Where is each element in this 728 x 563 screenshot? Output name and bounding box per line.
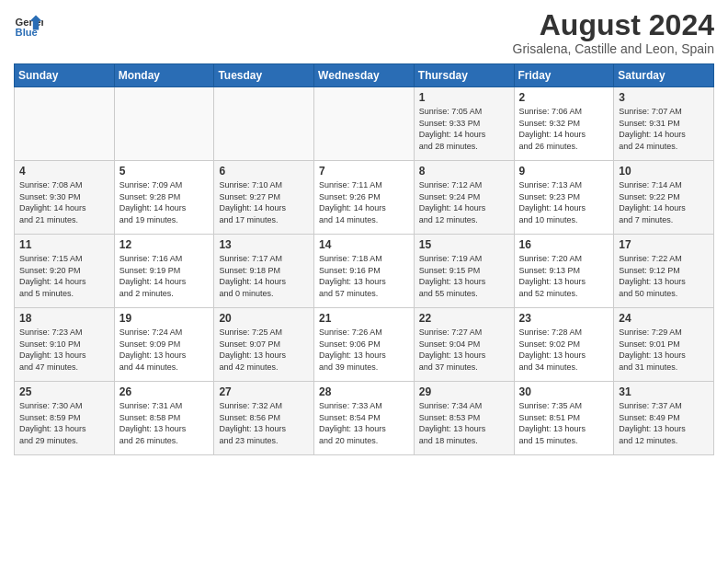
day-info: Sunrise: 7:37 AM Sunset: 8:49 PM Dayligh… <box>619 400 709 446</box>
col-thursday: Thursday <box>414 64 514 87</box>
logo: General Blue <box>14 9 43 39</box>
cell-4-2: 27Sunrise: 7:32 AM Sunset: 8:56 PM Dayli… <box>214 382 314 455</box>
day-info: Sunrise: 7:06 AM Sunset: 9:32 PM Dayligh… <box>519 106 609 152</box>
day-info: Sunrise: 7:11 AM Sunset: 9:26 PM Dayligh… <box>319 179 409 225</box>
cell-1-6: 10Sunrise: 7:14 AM Sunset: 9:22 PM Dayli… <box>614 161 714 235</box>
day-number: 23 <box>519 312 609 325</box>
cell-4-6: 31Sunrise: 7:37 AM Sunset: 8:49 PM Dayli… <box>614 382 714 455</box>
day-number: 7 <box>319 165 409 178</box>
cell-2-3: 14Sunrise: 7:18 AM Sunset: 9:16 PM Dayli… <box>314 235 415 308</box>
cell-1-3: 7Sunrise: 7:11 AM Sunset: 9:26 PM Daylig… <box>314 161 415 235</box>
cell-0-5: 2Sunrise: 7:06 AM Sunset: 9:32 PM Daylig… <box>514 87 614 161</box>
week-row-3: 11Sunrise: 7:15 AM Sunset: 9:20 PM Dayli… <box>15 235 714 308</box>
cell-1-2: 6Sunrise: 7:10 AM Sunset: 9:27 PM Daylig… <box>214 161 314 235</box>
calendar-table: Sunday Monday Tuesday Wednesday Thursday… <box>14 63 714 455</box>
cell-3-6: 24Sunrise: 7:29 AM Sunset: 9:01 PM Dayli… <box>614 308 714 382</box>
cell-1-4: 8Sunrise: 7:12 AM Sunset: 9:24 PM Daylig… <box>414 161 514 235</box>
day-info: Sunrise: 7:32 AM Sunset: 8:56 PM Dayligh… <box>219 400 309 446</box>
day-info: Sunrise: 7:18 AM Sunset: 9:16 PM Dayligh… <box>319 253 409 299</box>
cell-1-5: 9Sunrise: 7:13 AM Sunset: 9:23 PM Daylig… <box>514 161 614 235</box>
day-info: Sunrise: 7:14 AM Sunset: 9:22 PM Dayligh… <box>619 179 709 225</box>
header: General Blue August 2024 Grisalena, Cast… <box>14 9 714 56</box>
logo-icon: General Blue <box>14 9 43 39</box>
week-row-2: 4Sunrise: 7:08 AM Sunset: 9:30 PM Daylig… <box>15 161 714 235</box>
day-info: Sunrise: 7:22 AM Sunset: 9:12 PM Dayligh… <box>619 253 709 299</box>
day-info: Sunrise: 7:27 AM Sunset: 9:04 PM Dayligh… <box>419 327 509 373</box>
day-number: 25 <box>19 385 109 398</box>
day-info: Sunrise: 7:16 AM Sunset: 9:19 PM Dayligh… <box>119 253 210 299</box>
col-friday: Friday <box>514 64 614 87</box>
day-info: Sunrise: 7:08 AM Sunset: 9:30 PM Dayligh… <box>19 179 109 225</box>
day-number: 20 <box>219 312 309 325</box>
location: Grisalena, Castille and Leon, Spain <box>513 41 714 56</box>
cell-0-4: 1Sunrise: 7:05 AM Sunset: 9:33 PM Daylig… <box>414 87 514 161</box>
day-number: 17 <box>619 238 709 251</box>
day-number: 22 <box>419 312 509 325</box>
day-number: 29 <box>419 385 509 398</box>
day-number: 24 <box>619 312 709 325</box>
day-number: 1 <box>419 91 509 104</box>
cell-2-5: 16Sunrise: 7:20 AM Sunset: 9:13 PM Dayli… <box>514 235 614 308</box>
day-number: 30 <box>519 385 609 398</box>
cell-2-1: 12Sunrise: 7:16 AM Sunset: 9:19 PM Dayli… <box>114 235 214 308</box>
day-info: Sunrise: 7:33 AM Sunset: 8:54 PM Dayligh… <box>319 400 409 446</box>
cell-4-1: 26Sunrise: 7:31 AM Sunset: 8:58 PM Dayli… <box>114 382 214 455</box>
day-number: 11 <box>19 238 109 251</box>
cell-0-2 <box>214 87 314 161</box>
day-info: Sunrise: 7:31 AM Sunset: 8:58 PM Dayligh… <box>119 400 210 446</box>
cell-0-3 <box>314 87 415 161</box>
cell-0-1 <box>114 87 214 161</box>
day-number: 26 <box>119 385 210 398</box>
col-sunday: Sunday <box>15 64 115 87</box>
cell-3-1: 19Sunrise: 7:24 AM Sunset: 9:09 PM Dayli… <box>114 308 214 382</box>
day-number: 16 <box>519 238 609 251</box>
day-number: 28 <box>319 385 409 398</box>
day-info: Sunrise: 7:35 AM Sunset: 8:51 PM Dayligh… <box>519 400 609 446</box>
day-number: 12 <box>119 238 210 251</box>
day-info: Sunrise: 7:23 AM Sunset: 9:10 PM Dayligh… <box>19 327 109 373</box>
day-number: 3 <box>619 91 709 104</box>
day-info: Sunrise: 7:25 AM Sunset: 9:07 PM Dayligh… <box>219 327 309 373</box>
day-info: Sunrise: 7:29 AM Sunset: 9:01 PM Dayligh… <box>619 327 709 373</box>
cell-3-0: 18Sunrise: 7:23 AM Sunset: 9:10 PM Dayli… <box>15 308 115 382</box>
day-info: Sunrise: 7:26 AM Sunset: 9:06 PM Dayligh… <box>319 327 409 373</box>
day-info: Sunrise: 7:07 AM Sunset: 9:31 PM Dayligh… <box>619 106 709 152</box>
cell-2-0: 11Sunrise: 7:15 AM Sunset: 9:20 PM Dayli… <box>15 235 115 308</box>
day-info: Sunrise: 7:05 AM Sunset: 9:33 PM Dayligh… <box>419 106 509 152</box>
day-info: Sunrise: 7:15 AM Sunset: 9:20 PM Dayligh… <box>19 253 109 299</box>
day-info: Sunrise: 7:09 AM Sunset: 9:28 PM Dayligh… <box>119 179 210 225</box>
svg-text:General: General <box>16 17 43 28</box>
day-number: 10 <box>619 165 709 178</box>
month-year: August 2024 <box>513 9 714 41</box>
cell-4-3: 28Sunrise: 7:33 AM Sunset: 8:54 PM Dayli… <box>314 382 415 455</box>
cell-3-2: 20Sunrise: 7:25 AM Sunset: 9:07 PM Dayli… <box>214 308 314 382</box>
day-number: 14 <box>319 238 409 251</box>
cell-3-4: 22Sunrise: 7:27 AM Sunset: 9:04 PM Dayli… <box>414 308 514 382</box>
day-number: 19 <box>119 312 210 325</box>
cell-2-2: 13Sunrise: 7:17 AM Sunset: 9:18 PM Dayli… <box>214 235 314 308</box>
col-monday: Monday <box>114 64 214 87</box>
title-area: August 2024 Grisalena, Castille and Leon… <box>513 9 714 56</box>
day-info: Sunrise: 7:13 AM Sunset: 9:23 PM Dayligh… <box>519 179 609 225</box>
day-number: 13 <box>219 238 309 251</box>
cell-4-4: 29Sunrise: 7:34 AM Sunset: 8:53 PM Dayli… <box>414 382 514 455</box>
cell-4-0: 25Sunrise: 7:30 AM Sunset: 8:59 PM Dayli… <box>15 382 115 455</box>
day-number: 4 <box>19 165 109 178</box>
cell-0-0 <box>15 87 115 161</box>
day-info: Sunrise: 7:20 AM Sunset: 9:13 PM Dayligh… <box>519 253 609 299</box>
cell-3-5: 23Sunrise: 7:28 AM Sunset: 9:02 PM Dayli… <box>514 308 614 382</box>
week-row-1: 1Sunrise: 7:05 AM Sunset: 9:33 PM Daylig… <box>15 87 714 161</box>
cell-2-6: 17Sunrise: 7:22 AM Sunset: 9:12 PM Dayli… <box>614 235 714 308</box>
cell-1-0: 4Sunrise: 7:08 AM Sunset: 9:30 PM Daylig… <box>15 161 115 235</box>
day-number: 2 <box>519 91 609 104</box>
day-info: Sunrise: 7:24 AM Sunset: 9:09 PM Dayligh… <box>119 327 210 373</box>
day-number: 31 <box>619 385 709 398</box>
day-info: Sunrise: 7:12 AM Sunset: 9:24 PM Dayligh… <box>419 179 509 225</box>
day-number: 15 <box>419 238 509 251</box>
cell-3-3: 21Sunrise: 7:26 AM Sunset: 9:06 PM Dayli… <box>314 308 415 382</box>
day-number: 18 <box>19 312 109 325</box>
col-tuesday: Tuesday <box>214 64 314 87</box>
week-row-4: 18Sunrise: 7:23 AM Sunset: 9:10 PM Dayli… <box>15 308 714 382</box>
cell-1-1: 5Sunrise: 7:09 AM Sunset: 9:28 PM Daylig… <box>114 161 214 235</box>
day-info: Sunrise: 7:19 AM Sunset: 9:15 PM Dayligh… <box>419 253 509 299</box>
